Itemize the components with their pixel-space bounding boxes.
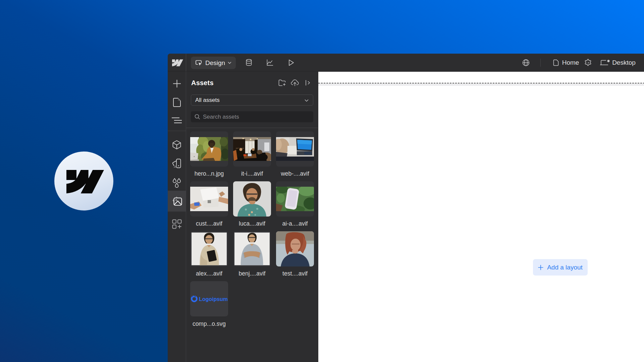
svg-text:Logoipsum: Logoipsum <box>199 296 228 302</box>
